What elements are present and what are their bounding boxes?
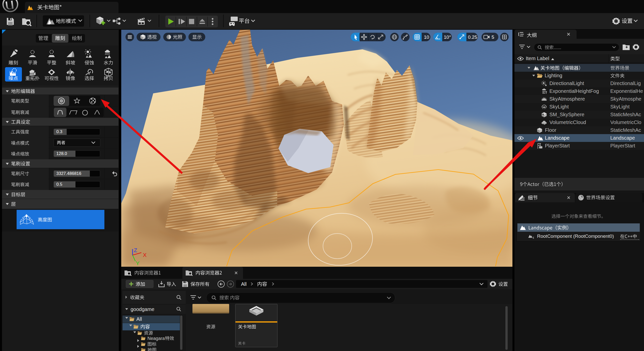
svg-text:Z: Z — [134, 247, 137, 253]
svg-text:Y: Y — [136, 260, 140, 266]
svg-text:X: X — [143, 252, 147, 258]
